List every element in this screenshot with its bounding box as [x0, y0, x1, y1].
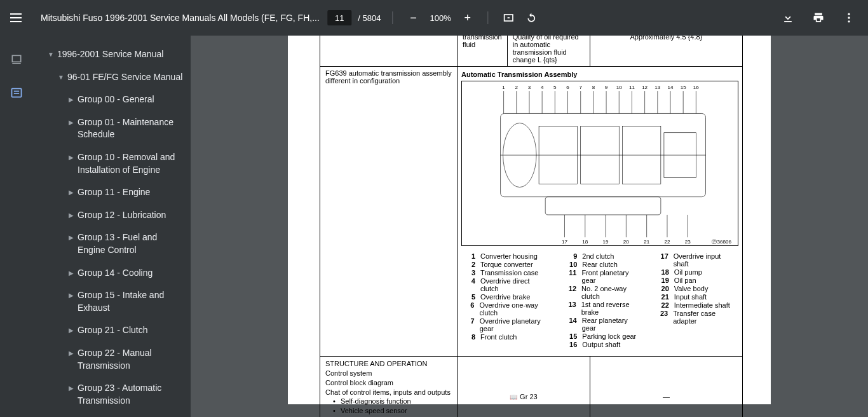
svg-text:11: 11 [629, 85, 635, 90]
chevron-right-icon[interactable] [65, 349, 78, 358]
outline-group[interactable]: Group 21 - Clutch [36, 319, 191, 342]
page-total: / 5804 [358, 13, 381, 23]
divider [488, 11, 489, 24]
outline-label: Group 00 - General [78, 93, 154, 106]
svg-text:23: 23 [685, 239, 691, 245]
svg-text:15: 15 [681, 85, 686, 90]
svg-text:8: 8 [592, 85, 595, 90]
outline-label: Group 13 - Fuel and Engine Control [78, 231, 183, 256]
svg-text:16: 16 [693, 85, 699, 90]
svg-text:21: 21 [644, 239, 649, 245]
chevron-right-icon[interactable] [65, 95, 78, 104]
chevron-right-icon[interactable] [65, 188, 78, 197]
rotate-button[interactable] [523, 9, 541, 27]
svg-text:18: 18 [582, 239, 588, 245]
svg-text:9: 9 [605, 85, 608, 90]
svg-text:17: 17 [562, 239, 567, 245]
svg-rect-33 [545, 197, 661, 215]
outline-group[interactable]: Group 13 - Fuel and Engine Control [36, 226, 191, 261]
outline-group[interactable]: Group 14 - Cooling [36, 262, 191, 285]
outline-label: 96-01 FE/FG Service Manual [67, 71, 182, 84]
svg-text:13: 13 [654, 85, 660, 90]
download-button[interactable] [779, 9, 797, 27]
outline-group[interactable]: Group 00 - General [36, 88, 191, 111]
outline-label: Group 01 - Maintenance Schedule [78, 116, 183, 141]
chevron-down-icon[interactable] [55, 73, 67, 82]
document-title: Mitsubishi Fuso 1996-2001 Service Manual… [41, 13, 320, 23]
thumbnails-icon[interactable] [10, 53, 25, 69]
chevron-right-icon[interactable] [65, 211, 78, 220]
outline-label: Group 10 - Removal and Installation of E… [78, 151, 183, 176]
svg-text:14: 14 [668, 85, 674, 90]
toolbar-center: / 5804 − 100% + [327, 9, 540, 27]
svg-text:6: 6 [566, 85, 569, 90]
divider [392, 11, 393, 24]
outline-label: Group 15 - Intake and Exhaust [78, 289, 183, 314]
pdf-page: transmissionfluid Quality of oil require… [288, 36, 771, 404]
svg-rect-6 [12, 63, 20, 64]
svg-text:12: 12 [642, 85, 648, 90]
svg-text:1: 1 [502, 85, 505, 90]
outline-group[interactable]: Group 15 - Intake and Exhaust [36, 284, 191, 319]
svg-point-2 [848, 13, 850, 15]
diagram-id: Ⓟ36806 [712, 239, 731, 245]
spec-table: transmissionfluid Quality of oil require… [320, 36, 743, 417]
outline-group[interactable]: Group 12 - Lubrication [36, 204, 191, 227]
menu-icon[interactable] [10, 10, 25, 25]
print-button[interactable] [810, 9, 827, 27]
page-number-input[interactable] [327, 10, 351, 25]
outline-group[interactable]: Group 01 - Maintenance Schedule [36, 111, 191, 146]
zoom-out-button[interactable]: − [404, 9, 422, 27]
svg-text:2: 2 [515, 85, 519, 90]
row-label: FG639 automatic transmission assembly di… [325, 69, 452, 85]
svg-point-4 [848, 20, 850, 22]
book-icon [510, 393, 520, 400]
chevron-right-icon[interactable] [65, 291, 78, 300]
svg-text:5: 5 [553, 85, 557, 90]
outline-label: Group 14 - Cooling [78, 267, 153, 280]
outline-root[interactable]: 1996-2001 Service Manual [36, 43, 191, 66]
parts-list: 1Converter housing2Torque converter3Tran… [461, 249, 738, 352]
chevron-right-icon[interactable] [65, 384, 78, 393]
diagram-title: Automatic Transmission Assembly [461, 71, 577, 78]
outline-sidebar: 1996-2001 Service Manual 96-01 FE/FG Ser… [36, 36, 191, 417]
chevron-right-icon[interactable] [65, 153, 78, 162]
svg-point-3 [848, 17, 850, 18]
outline-label: Group 12 - Lubrication [78, 209, 166, 222]
chevron-right-icon[interactable] [65, 233, 78, 242]
cross-ref: Gr 23 [520, 393, 538, 400]
chevron-right-icon[interactable] [65, 326, 78, 335]
pdf-viewer[interactable]: transmissionfluid Quality of oil require… [191, 36, 868, 417]
outline-icon[interactable] [10, 86, 25, 102]
zoom-in-button[interactable]: + [459, 9, 477, 27]
outline-group[interactable]: Group 23 - Automatic Transmission [36, 377, 191, 412]
outline-section[interactable]: 96-01 FE/FG Service Manual [36, 66, 191, 89]
toolbar-right [779, 9, 858, 27]
toolbar: Mitsubishi Fuso 1996-2001 Service Manual… [0, 0, 868, 36]
svg-rect-5 [12, 55, 20, 62]
outline-label: 1996-2001 Service Manual [57, 48, 163, 61]
chevron-down-icon[interactable] [44, 50, 57, 59]
icon-rail [0, 36, 36, 417]
transmission-diagram: 12345678910111213141516 [461, 81, 738, 246]
svg-text:19: 19 [603, 239, 609, 245]
outline-label: Group 21 - Clutch [78, 324, 148, 337]
outline-group[interactable]: Group 11 - Engine [36, 181, 191, 204]
chevron-right-icon[interactable] [65, 269, 78, 278]
svg-rect-1 [508, 17, 510, 18]
svg-text:3: 3 [528, 85, 531, 90]
svg-text:4: 4 [541, 85, 544, 90]
svg-text:22: 22 [664, 239, 670, 245]
svg-text:10: 10 [616, 85, 622, 90]
zoom-level: 100% [427, 13, 453, 23]
outline-label: Group 23 - Automatic Transmission [78, 382, 183, 407]
svg-text:7: 7 [579, 85, 582, 90]
outline-label: Group 11 - Engine [78, 186, 150, 199]
svg-text:20: 20 [623, 239, 629, 245]
outline-group[interactable]: Group 10 - Removal and Installation of E… [36, 146, 191, 181]
more-button[interactable] [840, 9, 858, 27]
chevron-right-icon[interactable] [65, 118, 78, 127]
fit-page-button[interactable] [500, 9, 518, 27]
outline-group[interactable]: Group 22 - Manual Transmission [36, 342, 191, 377]
outline-label: Group 22 - Manual Transmission [78, 347, 183, 372]
